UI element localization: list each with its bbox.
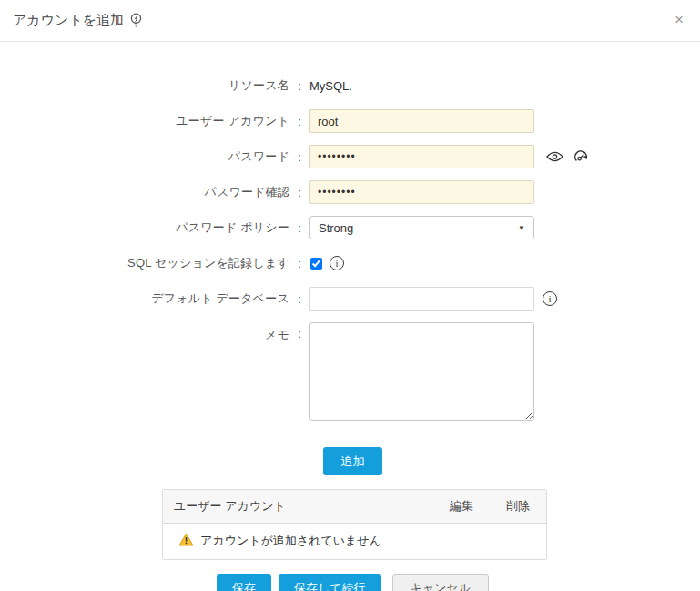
- default-database-input[interactable]: [309, 287, 534, 311]
- separator: :: [289, 257, 309, 270]
- form-row-password-confirm: パスワード確認 :: [0, 180, 700, 204]
- password-policy-label: パスワード ポリシー: [0, 219, 289, 236]
- form-row-memo: メモ :: [0, 322, 700, 421]
- password-label: パスワード: [0, 148, 289, 165]
- hint-lightbulb-icon[interactable]: [130, 13, 142, 32]
- column-header-edit: 編集: [450, 498, 497, 515]
- user-account-input[interactable]: [309, 109, 534, 133]
- password-policy-selected-value: Strong: [319, 221, 353, 235]
- separator: :: [289, 115, 309, 128]
- generate-password-icon[interactable]: [573, 149, 589, 165]
- accounts-table: ユーザー アカウント 編集 削除 アカウントが追加されていません: [162, 489, 547, 560]
- separator: :: [289, 221, 309, 235]
- separator: :: [289, 292, 309, 306]
- user-account-label: ユーザー アカウント: [0, 113, 289, 129]
- password-policy-select[interactable]: Strong ▼: [309, 216, 534, 239]
- form-row-resource: リソース名 : MySQL.: [0, 74, 700, 97]
- separator: :: [289, 186, 309, 199]
- accounts-table-header: ユーザー アカウント 編集 削除: [163, 490, 546, 524]
- form-row-default-database: デフォルト データベース : i: [0, 287, 700, 311]
- close-icon[interactable]: ×: [675, 12, 684, 27]
- resource-name-value: MySQL.: [309, 78, 352, 93]
- password-confirm-label: パスワード確認: [0, 184, 289, 200]
- record-sql-session-label: SQL セッションを記録します: [0, 255, 289, 271]
- form-row-password: パスワード :: [0, 145, 700, 168]
- record-sql-info-icon[interactable]: i: [330, 256, 344, 270]
- column-header-delete: 削除: [497, 498, 530, 515]
- default-database-label: デフォルト データベース: [0, 290, 289, 307]
- form-row-user-account: ユーザー アカウント :: [0, 109, 700, 133]
- separator: :: [289, 150, 309, 164]
- warning-icon: [178, 533, 194, 549]
- chevron-down-icon: ▼: [518, 224, 525, 232]
- form-row-record-sql-session: SQL セッションを記録します : i: [0, 251, 700, 275]
- separator: :: [289, 79, 309, 93]
- empty-accounts-message: アカウントが追加されていません: [200, 533, 381, 549]
- memo-label: メモ: [0, 322, 289, 343]
- password-input[interactable]: [309, 145, 534, 168]
- cancel-button[interactable]: キャンセル: [392, 574, 490, 591]
- default-database-info-icon[interactable]: i: [543, 291, 557, 306]
- accounts-table-empty-row: アカウントが追加されていません: [163, 524, 546, 559]
- password-confirm-input[interactable]: [309, 180, 534, 204]
- save-and-continue-button[interactable]: 保存して続行: [279, 574, 381, 591]
- add-account-dialog: アカウントを追加 × リソース名 : MySQL. ユーザー アカウント : パ…: [0, 0, 700, 591]
- separator: :: [289, 322, 309, 341]
- resource-name-label: リソース名: [0, 77, 289, 94]
- show-password-eye-icon[interactable]: [546, 151, 563, 162]
- form-row-password-policy: パスワード ポリシー : Strong ▼: [0, 216, 700, 239]
- column-header-user-account: ユーザー アカウント: [174, 498, 450, 515]
- save-button[interactable]: 保存: [217, 574, 271, 591]
- memo-textarea[interactable]: [309, 322, 534, 421]
- dialog-title: アカウントを追加: [13, 12, 124, 29]
- dialog-footer: 保存 保存して続行 キャンセル: [217, 574, 700, 591]
- dialog-header: アカウントを追加 ×: [0, 0, 700, 42]
- record-sql-session-checkbox[interactable]: [310, 258, 322, 270]
- add-button[interactable]: 追加: [323, 447, 382, 475]
- add-account-form: リソース名 : MySQL. ユーザー アカウント : パスワード :: [0, 42, 700, 421]
